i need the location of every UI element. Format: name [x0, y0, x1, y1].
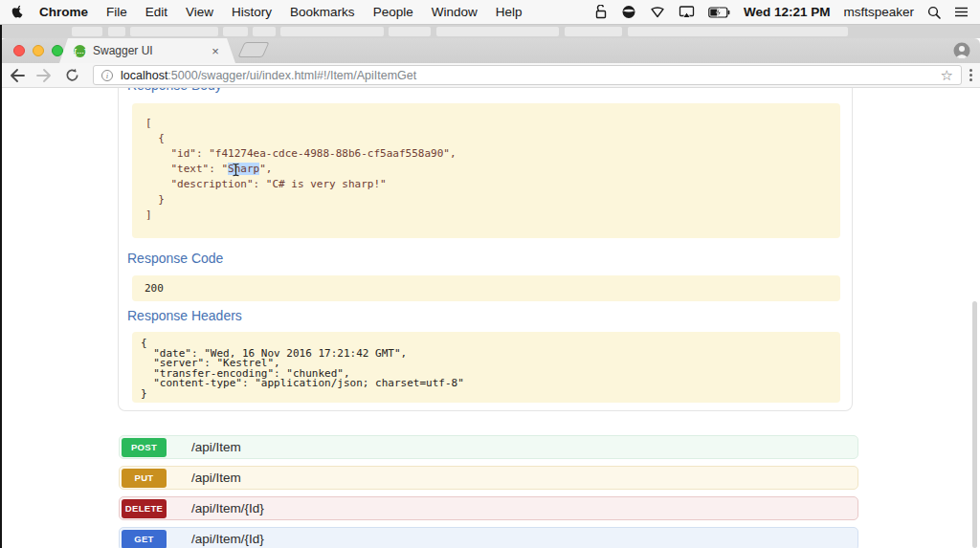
response-body-heading: Response Body — [127, 88, 222, 93]
bookmark-star-icon[interactable]: ☆ — [941, 67, 953, 84]
tab-title: Swagger UI — [93, 44, 209, 57]
new-tab-button[interactable] — [237, 42, 269, 57]
menu-item-window[interactable]: Window — [432, 5, 478, 19]
url-text[interactable]: localhost:5000/swagger/ui/index.html#!/I… — [121, 69, 933, 82]
text-cursor-icon — [232, 163, 240, 177]
operation-response-panel: Response Body [ { "id": "f41274ea-cdce-4… — [118, 88, 853, 411]
apple-menu-icon[interactable] — [11, 5, 24, 19]
back-button[interactable] — [6, 69, 29, 82]
tab-swagger-ui[interactable]: {…} Swagger UI × — [59, 38, 235, 63]
code-line: "description": "C# is very sharp!" — [145, 177, 827, 192]
reload-button[interactable] — [60, 68, 83, 82]
lock-icon[interactable] — [595, 5, 608, 19]
airplay-icon[interactable] — [679, 5, 695, 19]
code-line: "content-type": "application/json; chars… — [141, 379, 832, 389]
battery-charging-icon[interactable] — [708, 7, 730, 18]
menu-item-help[interactable]: Help — [496, 5, 523, 19]
swagger-favicon-icon: {…} — [74, 45, 86, 57]
code-line: } — [141, 389, 832, 400]
forward-button[interactable] — [33, 69, 56, 82]
wifi-icon[interactable] — [650, 5, 665, 19]
browser-menu-icon[interactable] — [969, 69, 972, 81]
close-window-button[interactable] — [13, 45, 25, 56]
code-line: { — [145, 131, 827, 146]
menu-item-history[interactable]: History — [232, 5, 272, 19]
menubar-username[interactable]: msftspeaker — [843, 5, 914, 19]
sphere-icon[interactable] — [621, 5, 636, 19]
menu-item-people[interactable]: People — [373, 5, 413, 19]
zoom-window-button[interactable] — [52, 45, 63, 56]
menubar-menus: ChromeFileEditViewHistoryBookmarksPeople… — [39, 5, 540, 19]
swagger-page: Response Body [ { "id": "f41274ea-cdce-4… — [0, 88, 980, 548]
response-code-value: 200 — [132, 275, 840, 301]
url-host: localhost — [121, 69, 167, 82]
browser-toolbar: i localhost:5000/swagger/ui/index.html#!… — [0, 63, 980, 88]
code-line: } — [145, 192, 827, 208]
endpoint-path[interactable]: /api/Item/{Id} — [191, 501, 264, 515]
scrollbar-thumb[interactable] — [972, 301, 977, 548]
desktop-background-strip — [0, 25, 980, 38]
macos-menubar: ChromeFileEditViewHistoryBookmarksPeople… — [0, 0, 980, 25]
response-headers-code: { "date": "Wed, 16 Nov 2016 17:21:42 GMT… — [132, 332, 840, 403]
method-button-delete[interactable]: DELETE — [122, 499, 167, 518]
menu-item-chrome[interactable]: Chrome — [39, 5, 88, 19]
address-bar[interactable]: i localhost:5000/swagger/ui/index.html#!… — [93, 65, 962, 85]
method-button-post[interactable]: POST — [122, 438, 167, 457]
menubar-clock[interactable]: Wed 12:21 PM — [744, 5, 831, 19]
profile-avatar-icon[interactable] — [953, 42, 970, 59]
method-button-put[interactable]: PUT — [122, 469, 167, 488]
minimize-window-button[interactable] — [33, 45, 44, 56]
endpoint-path[interactable]: /api/Item — [191, 471, 241, 485]
endpoint-row-delete[interactable]: DELETE/api/Item/{Id} — [119, 496, 858, 520]
response-code-heading: Response Code — [127, 251, 223, 266]
endpoint-list: POST/api/ItemPUT/api/ItemDELETE/api/Item… — [119, 435, 858, 548]
endpoint-row-get[interactable]: GET/api/Item/{Id} — [119, 527, 858, 548]
endpoint-path[interactable]: /api/Item/{Id} — [191, 532, 264, 546]
menu-item-bookmarks[interactable]: Bookmarks — [290, 5, 355, 19]
code-line: [ — [145, 116, 827, 131]
code-line: "id": "f41274ea-cdce-4988-88b6-cf5aaf558… — [145, 146, 827, 162]
code-line: ] — [145, 208, 827, 223]
endpoint-row-put[interactable]: PUT/api/Item — [119, 466, 858, 490]
menu-item-view[interactable]: View — [186, 5, 213, 19]
menu-item-edit[interactable]: Edit — [145, 5, 167, 19]
url-path: :5000/swagger/ui/index.html#!/Item/ApiIt… — [167, 69, 416, 82]
spotlight-search-icon[interactable] — [927, 6, 941, 19]
code-line: "text": "Sharp", — [145, 162, 827, 177]
endpoint-path[interactable]: /api/Item — [191, 440, 241, 454]
page-info-icon[interactable]: i — [101, 70, 113, 81]
endpoint-row-post[interactable]: POST/api/Item — [119, 435, 858, 459]
screen-left-edge — [0, 25, 2, 548]
menu-item-file[interactable]: File — [106, 5, 127, 19]
tab-close-icon[interactable]: × — [209, 44, 222, 58]
method-button-get[interactable]: GET — [122, 530, 167, 548]
browser-tabbar: {…} Swagger UI × — [0, 38, 980, 63]
response-headers-heading: Response Headers — [127, 308, 242, 323]
notification-center-icon[interactable] — [954, 6, 969, 18]
